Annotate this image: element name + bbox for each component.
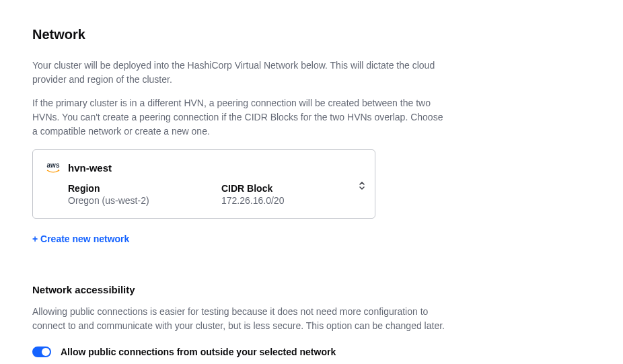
public-connections-toggle[interactable] [32,347,51,357]
aws-icon: aws [46,162,60,174]
page-title: Network [32,27,591,42]
accessibility-description: Allowing public connections is easier fo… [32,305,449,333]
network-card-header: aws hvn-west [46,162,361,174]
region-value: Oregon (us-west-2) [68,195,221,206]
network-description-2: If the primary cluster is in a different… [32,96,449,139]
network-name: hvn-west [68,162,112,174]
network-selector-card[interactable]: aws hvn-west Region Oregon (us-west-2) C… [32,149,375,219]
toggle-knob [42,348,50,356]
cidr-value: 172.26.16.0/20 [221,195,284,206]
select-sort-icon [359,181,365,190]
create-network-link[interactable]: + Create new network [32,233,129,244]
accessibility-title: Network accessibility [32,284,591,295]
cidr-column: CIDR Block 172.26.16.0/20 [221,183,284,206]
public-connections-label: Allow public connections from outside yo… [61,347,336,357]
cidr-label: CIDR Block [221,183,284,194]
region-label: Region [68,183,221,194]
region-column: Region Oregon (us-west-2) [68,183,221,206]
network-details: Region Oregon (us-west-2) CIDR Block 172… [46,183,361,206]
network-description-1: Your cluster will be deployed into the H… [32,59,449,87]
public-connections-toggle-row: Allow public connections from outside yo… [32,347,591,357]
